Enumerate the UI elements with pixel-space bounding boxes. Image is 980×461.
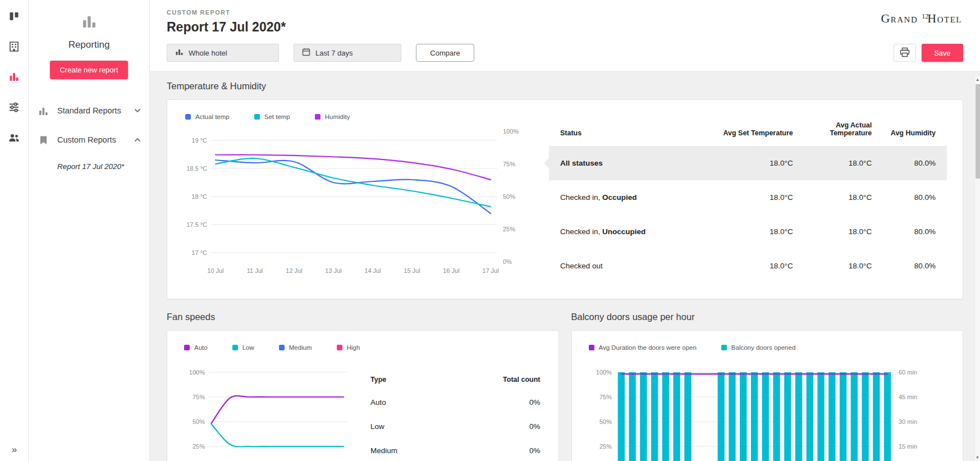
nav-reporting[interactable] [0,63,29,93]
sidebar-item-custom-reports[interactable]: Custom Reports [29,125,149,154]
scrollbar[interactable]: ▲ ▼ [974,76,980,461]
bookmark-icon [38,135,49,145]
nav-guests[interactable] [0,124,29,154]
svg-text:45 min: 45 min [899,394,917,400]
legend-label: Set temp [264,113,290,120]
date-range-filter[interactable]: Last 7 days [294,44,401,62]
create-new-report-button[interactable]: Create new report [50,61,127,79]
table-row-checked-in-occupied[interactable]: Checked in, Occupied 18.0°C 18.0°C 80.0% [549,180,947,214]
svg-text:12 Jul: 12 Jul [286,267,302,274]
chevron-down-icon [134,107,141,115]
legend-item[interactable]: Set temp [254,113,290,120]
svg-text:10 Jul: 10 Jul [207,267,223,274]
svg-text:0%: 0% [503,258,512,265]
scroll-down-arrow[interactable]: ▼ [975,454,980,461]
legend-label: Avg Duration the doors were open [599,344,697,351]
calendar-icon [302,48,310,58]
table-header: Status Avg Set Temperature Avg Actual Te… [549,116,947,146]
svg-text:30 min: 30 min [899,418,917,425]
legend-label: High [347,344,360,351]
svg-text:50%: 50% [599,418,611,425]
svg-text:75%: 75% [599,394,611,400]
svg-text:25%: 25% [193,443,205,450]
section-title-balcony-doors: Balcony doors usage per hour [571,312,964,322]
legend-swatch [279,345,285,350]
legend-label: Low [242,344,254,351]
legend-label: Humidity [325,113,350,120]
main-content: CUSTOM REPORT Report 17 Jul 2020* Grand1… [150,0,980,461]
temperature-table: Status Avg Set Temperature Avg Actual Te… [530,113,947,285]
svg-text:14 Jul: 14 Jul [364,267,381,274]
dashboard-icon [8,11,20,24]
svg-text:13 Jul: 13 Jul [325,267,341,274]
legend-item[interactable]: High [337,344,360,351]
sidebar-item-label: Custom Reports [57,135,116,144]
print-button[interactable] [894,44,916,62]
scope-filter[interactable]: Whole hotel [167,44,279,62]
page-eyebrow: CUSTOM REPORT [167,9,963,16]
bar-chart-icon [175,48,184,58]
legend-item[interactable]: Balcony doors opened [721,344,795,351]
legend-item[interactable]: Medium [279,344,312,351]
svg-text:50%: 50% [503,193,515,200]
svg-text:100%: 100% [503,128,519,135]
page-title: Report 17 Jul 2020* [167,20,963,35]
table-row-all-statuses[interactable]: All statuses 18.0°C 18.0°C 80.0% [549,146,947,180]
sidebar-report-item[interactable]: Report 17 Jul 2020* [29,154,149,171]
save-button[interactable]: Save [922,44,963,62]
table-header: TypeTotal count [370,373,541,390]
svg-text:18 °C: 18 °C [191,193,207,200]
icon-rail: » [0,0,29,461]
table-row-medium[interactable]: Medium0% [370,439,541,461]
guests-icon [8,131,20,146]
expand-sidebar-button[interactable]: » [0,444,29,455]
svg-text:18.5 °C: 18.5 °C [186,165,207,172]
table-row-checked-in-unoccupied[interactable]: Checked in, Unoccupied 18.0°C 18.0°C 80.… [549,214,947,249]
scroll-up-arrow[interactable]: ▲ [975,76,980,83]
nav-dashboard[interactable] [0,2,29,33]
date-range-value: Last 7 days [315,49,353,57]
legend-item[interactable]: Avg Duration the doors were open [589,344,697,351]
legend-swatch [315,114,320,120]
sidebar-item-standard-reports[interactable]: Standard Reports [29,96,149,125]
balcony-doors-chart[interactable]: 100%75%50%25%60 min45 min30 min15 min [587,366,924,461]
bar-chart-icon [38,106,49,116]
legend-item[interactable]: Humidity [315,113,350,120]
legend-label: Auto [194,344,208,351]
fan-speeds-card: AutoLowMediumHigh 100%75%50%25%10 Jul11 … [167,330,559,461]
nav-settings[interactable] [0,93,29,124]
svg-text:15 Jul: 15 Jul [404,267,420,274]
temperature-chart-legend: Actual tempSet tempHumidity [185,113,530,120]
legend-label: Medium [289,344,312,351]
scope-filter-value: Whole hotel [189,49,227,57]
svg-text:15 min: 15 min [899,443,917,450]
legend-item[interactable]: Auto [184,344,208,351]
svg-text:75%: 75% [193,394,205,400]
fan-chart-legend: AutoLowMediumHigh [184,344,544,351]
toolbar: Whole hotel Last 7 days Compare Save [167,44,963,62]
reporting-sidebar: Reporting Create new report Standard Rep… [29,0,150,461]
section-title-temperature-humidity: Temperature & Humidity [167,81,963,92]
compare-button[interactable]: Compare [416,44,474,62]
table-row-low[interactable]: Low0% [370,414,541,439]
legend-swatch [337,345,342,350]
nav-hotel[interactable] [0,33,29,63]
temperature-humidity-chart[interactable]: 19 °C18.5 °C18 °C17.5 °C17 °C100%75%50%2… [183,124,525,276]
svg-text:25%: 25% [599,443,611,450]
app-root: » Reporting Create new report Standard R… [0,0,980,461]
balcony-chart-legend: Avg Duration the doors were openBalcony … [589,344,949,351]
table-row-auto[interactable]: Auto0% [370,390,541,414]
fan-speeds-chart[interactable]: 100%75%50%25%10 Jul11 Jul12 Jul13 Jul14 … [182,366,350,461]
legend-swatch [184,345,190,350]
reports-bar-chart-icon [8,71,20,85]
scrollbar-thumb[interactable] [976,84,980,179]
legend-item[interactable]: Low [232,344,254,351]
legend-item[interactable]: Actual temp [185,113,230,120]
svg-text:19 °C: 19 °C [191,137,207,144]
table-row-checked-out[interactable]: Checked out 18.0°C 18.0°C 80.0% [549,249,947,283]
balcony-doors-card: Avg Duration the doors were openBalcony … [571,330,964,461]
legend-swatch [721,345,727,350]
legend-swatch [589,345,594,350]
svg-text:17 Jul: 17 Jul [482,267,498,274]
legend-label: Actual temp [195,113,230,120]
